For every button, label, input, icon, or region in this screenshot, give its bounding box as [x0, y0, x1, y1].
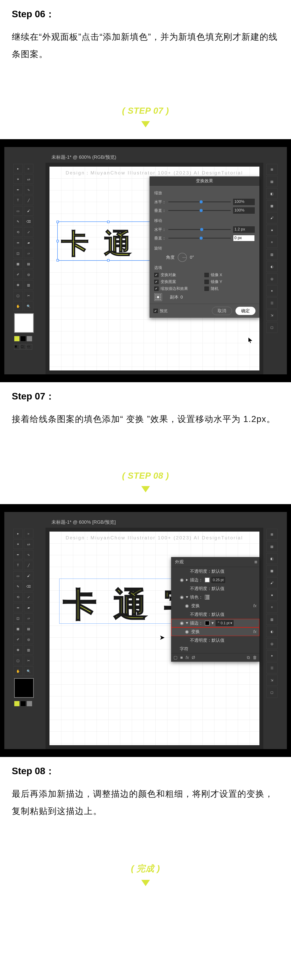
libraries-panel-icon[interactable]: ▤ [267, 176, 277, 187]
clear-appearance-icon[interactable]: Ø [192, 655, 195, 660]
shaper-tool-icon[interactable]: ✎ [13, 582, 23, 591]
color-panel-icon[interactable]: ◧ [267, 188, 277, 199]
stroke-panel-icon[interactable]: ≡ [267, 237, 277, 248]
blend-tool-icon[interactable]: ◎ [24, 635, 34, 644]
row-fill[interactable]: ◉ 填色： [171, 593, 259, 601]
move-horizontal-slider[interactable] [168, 229, 231, 230]
properties-panel-icon[interactable]: ⊞ [267, 529, 277, 540]
add-fill-icon[interactable]: ■ [180, 655, 183, 660]
scale-tool-icon[interactable]: ⤢ [24, 228, 34, 237]
free-transform-tool-icon[interactable]: ▰ [24, 603, 34, 612]
libraries-panel-icon[interactable]: ▤ [267, 541, 277, 552]
curvature-tool-icon[interactable]: ∿ [24, 185, 34, 194]
symbols-panel-icon[interactable]: ★ [267, 590, 277, 601]
row-characters[interactable]: 字符 [171, 644, 259, 653]
rectangle-tool-icon[interactable]: ▭ [13, 571, 23, 581]
eraser-tool-icon[interactable]: ⌫ [24, 217, 34, 226]
fill-swatch[interactable] [205, 595, 209, 600]
cancel-button[interactable]: 取消 [212, 307, 232, 315]
duplicate-item-icon[interactable]: ⧉ [247, 655, 250, 660]
width-tool-icon[interactable]: ⇔ [13, 238, 23, 247]
visibility-icon[interactable]: ◉ [180, 595, 184, 600]
paintbrush-tool-icon[interactable]: 🖌 [24, 206, 34, 216]
screen-mode-icon[interactable]: ▣ [14, 344, 20, 350]
angle-input[interactable]: 0° [190, 255, 206, 260]
delete-item-icon[interactable]: 🗑 [253, 655, 257, 660]
swatch-yellow[interactable] [14, 336, 20, 341]
swatches-panel-icon[interactable]: ▦ [267, 565, 277, 576]
selection-handle[interactable] [56, 240, 59, 242]
swatch-none[interactable] [27, 336, 32, 341]
layers-panel-icon[interactable]: ☷ [267, 662, 277, 673]
shape-builder-tool-icon[interactable]: ◫ [13, 614, 23, 623]
opt-reflect-x[interactable]: 镜像 X [205, 272, 255, 278]
visibility-icon[interactable]: ◉ [180, 620, 184, 626]
hand-tool-icon[interactable]: ✋ [13, 667, 23, 676]
color-panel-icon[interactable]: ◧ [267, 553, 277, 564]
gradient-panel-icon[interactable]: ▥ [267, 614, 277, 625]
row-opacity[interactable]: 不透明度：默认值 [171, 636, 259, 644]
stroke-panel-icon[interactable]: ≡ [267, 602, 277, 613]
move-horizontal-input[interactable]: 1.2 px [233, 226, 255, 233]
pen-tool-icon[interactable]: ✒ [13, 550, 23, 559]
stroke-weight-input[interactable]: ⌃ 0.1 pt ▾ [216, 620, 233, 626]
properties-panel-icon[interactable]: ⊞ [267, 164, 277, 175]
graph-tool-icon[interactable]: ▥ [24, 645, 34, 655]
mesh-tool-icon[interactable]: ▦ [13, 624, 23, 633]
add-stroke-icon[interactable]: ▢ [173, 655, 177, 660]
reference-point-selector[interactable] [154, 293, 162, 301]
stepper-icon[interactable]: ⌃ [217, 621, 220, 625]
eraser-tool-icon[interactable]: ⌫ [24, 582, 34, 591]
selection-handle[interactable] [107, 221, 109, 223]
row-transform[interactable]: ◉ 变换 fx [171, 601, 259, 610]
slice-tool-icon[interactable]: ✂ [24, 656, 34, 665]
move-vertical-input[interactable]: 0 px [233, 235, 255, 241]
perspective-tool-icon[interactable]: ▱ [24, 248, 34, 258]
hand-tool-icon[interactable]: ✋ [13, 301, 23, 311]
opt-reflect-y[interactable]: 镜像 Y [205, 279, 255, 285]
gradient-tool-icon[interactable]: ▤ [24, 259, 34, 269]
rotate-tool-icon[interactable]: ⟲ [13, 592, 23, 602]
opt-transform-object[interactable]: 变换对象 [154, 272, 205, 278]
row-opacity[interactable]: 不透明度：默认值 [171, 584, 259, 593]
line-tool-icon[interactable]: ╱ [24, 196, 34, 205]
angle-dial[interactable] [178, 253, 187, 262]
zoom-tool-icon[interactable]: 🔍 [24, 301, 34, 311]
scale-horizontal-input[interactable]: 100% [233, 199, 255, 205]
move-vertical-slider[interactable] [168, 238, 231, 239]
graph-tool-icon[interactable]: ▥ [24, 280, 34, 290]
asset-export-panel-icon[interactable]: ⇲ [267, 675, 277, 686]
scale-tool-icon[interactable]: ⤢ [24, 592, 34, 602]
magic-wand-tool-icon[interactable]: ✶ [13, 539, 23, 549]
curvature-tool-icon[interactable]: ∿ [24, 550, 34, 559]
eyedropper-tool-icon[interactable]: ✐ [13, 635, 23, 644]
artboards-panel-icon[interactable]: ▢ [267, 322, 277, 333]
expand-icon[interactable] [186, 596, 188, 598]
screen-mode-icon[interactable]: ▢ [21, 344, 26, 350]
appearance-tab-label[interactable]: 外观 [173, 558, 185, 566]
document-tab[interactable]: 未标题-1* @ 600% (RGB/预览) [51, 154, 116, 160]
stroke-swatch[interactable] [205, 578, 209, 582]
rectangle-tool-icon[interactable]: ▭ [13, 206, 23, 216]
type-tool-icon[interactable]: T [13, 560, 23, 570]
ok-button[interactable]: 确定 [235, 307, 256, 315]
brushes-panel-icon[interactable]: 🖌 [267, 578, 277, 589]
preview-checkbox[interactable]: 预览 [153, 308, 168, 313]
zoom-tool-icon[interactable]: 🔍 [24, 667, 34, 676]
fill-stroke-swatch[interactable] [14, 678, 34, 698]
perspective-tool-icon[interactable]: ▱ [24, 614, 34, 623]
gradient-tool-icon[interactable]: ▤ [24, 624, 34, 633]
transparency-panel-icon[interactable]: ◐ [267, 261, 277, 272]
selection-handle[interactable] [56, 221, 59, 223]
paintbrush-tool-icon[interactable]: 🖌 [24, 571, 34, 581]
add-effect-icon[interactable]: fx [185, 655, 189, 660]
asset-export-panel-icon[interactable]: ⇲ [267, 310, 277, 321]
swatch-yellow[interactable] [14, 701, 20, 706]
visibility-icon[interactable]: ◉ [180, 578, 184, 582]
free-transform-tool-icon[interactable]: ▰ [24, 238, 34, 247]
opt-random[interactable]: 随机 [205, 286, 255, 291]
opt-transform-pattern[interactable]: 变换图案 [154, 279, 205, 285]
transparency-panel-icon[interactable]: ◐ [267, 626, 277, 637]
symbol-sprayer-icon[interactable]: ❆ [13, 280, 23, 290]
opt-scale-stroke[interactable]: 缩放描边和效果 [154, 286, 205, 291]
